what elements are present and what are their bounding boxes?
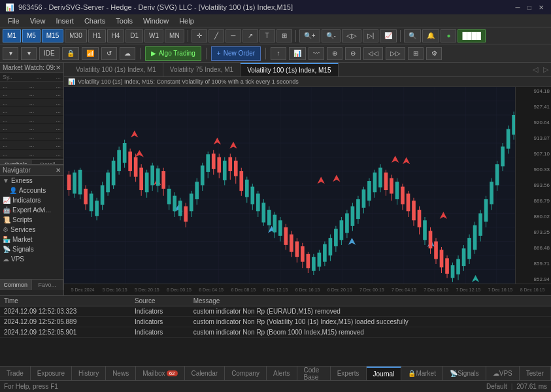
menu-window[interactable]: Window — [138, 16, 174, 26]
mw-row[interactable]: ......... — [0, 133, 63, 141]
tab-signals[interactable]: 📡 Signals — [443, 367, 486, 380]
tab-market[interactable]: 🔒 Market — [401, 367, 443, 380]
nav-expert[interactable]: 🤖 Expert Advi... — [0, 205, 63, 215]
maximize-button[interactable]: □ — [525, 3, 534, 12]
tf-h4[interactable]: H4 — [107, 29, 125, 42]
tf-h1[interactable]: H1 — [88, 29, 106, 42]
new-order-button[interactable]: + New Order — [211, 46, 261, 61]
nav-left[interactable]: ◁◁ — [363, 47, 383, 60]
zoom-out-button[interactable]: 🔍- — [322, 29, 341, 42]
nav-right[interactable]: ▷▷ — [386, 47, 405, 60]
nav-services[interactable]: ⚙ Services — [0, 225, 63, 235]
chart-tab-vol100-m1[interactable]: Volatility 100 (1s) Index, M1 — [69, 63, 163, 76]
line-tool[interactable]: ╱ — [209, 29, 224, 42]
more-tools[interactable]: ⊞ — [408, 47, 424, 60]
mw-row[interactable]: ......... — [0, 150, 63, 158]
mw-row[interactable]: ......... — [0, 141, 63, 150]
zoom-in-button[interactable]: 🔍+ — [299, 29, 320, 42]
alert-button[interactable]: 🔔 — [422, 29, 439, 42]
nav-market[interactable]: 🏪 Market — [0, 235, 63, 244]
symbols-tab[interactable]: Symbols — [0, 160, 32, 165]
nav-accounts[interactable]: 👤 Accounts — [0, 186, 63, 195]
search-button[interactable]: 🔍 — [404, 29, 421, 42]
algo-trading-button[interactable]: ▶ Algo Trading — [145, 46, 201, 61]
tab-mailbox[interactable]: Mailbox 62 — [136, 367, 184, 380]
trade-button[interactable]: ████ — [458, 29, 485, 42]
tab-experts[interactable]: Experts — [331, 367, 367, 380]
chart-type1[interactable]: 📊 — [289, 47, 306, 60]
connect-button[interactable]: ● — [441, 29, 456, 42]
chart-type2[interactable]: 〰 — [309, 47, 324, 60]
tab-alerts[interactable]: Alerts — [267, 367, 297, 380]
tf-w1[interactable]: W1 — [144, 29, 163, 42]
tab-journal[interactable]: Journal — [367, 367, 402, 380]
tf-m1[interactable]: M1 — [3, 29, 21, 42]
hline-tool[interactable]: ─ — [225, 29, 241, 42]
common-tab[interactable]: Common — [0, 280, 32, 290]
mw-row[interactable]: ......... — [0, 116, 63, 124]
text-tool[interactable]: T — [259, 29, 275, 42]
chart-main[interactable] — [64, 87, 515, 284]
tf-m30[interactable]: M30 — [65, 29, 86, 42]
ide-button[interactable]: IDE — [39, 47, 59, 60]
wifi-icon[interactable]: 📶 — [82, 47, 99, 60]
lock-button[interactable]: 🔒 — [62, 47, 79, 60]
svg-rect-140 — [351, 206, 355, 226]
arrow-tool[interactable]: ↗ — [242, 29, 258, 42]
settings-button[interactable]: ⚙ — [426, 47, 442, 60]
menu-view[interactable]: View — [25, 16, 51, 26]
chart-scroll[interactable]: ◁▷ — [342, 29, 361, 42]
market-watch-close[interactable]: ✕ — [56, 64, 61, 71]
navigator-close[interactable]: ✕ — [56, 167, 61, 174]
journal-scroll[interactable]: Time Source Message 2024.12.09 12:52:03.… — [0, 296, 551, 366]
refresh-button[interactable]: ↺ — [101, 47, 117, 60]
fib-tool[interactable]: ⊞ — [276, 29, 292, 42]
chart-tab-vol75-m1[interactable]: Volatility 75 Index, M1 — [163, 63, 241, 76]
mw-row[interactable]: ......... — [0, 124, 63, 133]
tab-codebase[interactable]: Code Base — [297, 367, 331, 380]
chart-tab-vol100-m15[interactable]: Volatility 100 (1s) Index, M15 — [241, 63, 338, 76]
nav-signals[interactable]: 📡 Signals — [0, 244, 63, 254]
mw-row[interactable]: ......... — [0, 90, 63, 99]
nav-scripts[interactable]: 📜 Scripts — [0, 215, 63, 225]
mw-row[interactable]: ......... — [0, 82, 63, 90]
zoom-minus[interactable]: ⊖ — [345, 47, 361, 60]
crosshair-button[interactable]: ✛ — [192, 29, 207, 42]
tab-trade[interactable]: Trade — [0, 367, 31, 380]
tf-mn[interactable]: MN — [165, 29, 184, 42]
mw-row[interactable]: ......... — [0, 99, 63, 107]
menu-tools[interactable]: Tools — [110, 16, 138, 26]
indicators-button[interactable]: 📈 — [380, 29, 397, 42]
chart-shift[interactable]: ▷| — [363, 29, 379, 42]
dropdown-arrow[interactable]: ▾ — [3, 47, 18, 60]
menu-charts[interactable]: Charts — [79, 16, 110, 26]
chart-nav-right[interactable]: ▷ — [541, 65, 551, 74]
tab-tester[interactable]: Tester — [520, 367, 551, 380]
tab-news[interactable]: News — [106, 367, 136, 380]
nav-exness[interactable]: ▼ Exness — [0, 176, 63, 186]
menu-file[interactable]: File — [3, 16, 25, 26]
tf-m15[interactable]: M15 — [42, 29, 63, 42]
close-button[interactable]: ✕ — [537, 3, 546, 12]
nav-vps[interactable]: ☁ VPS — [0, 254, 63, 264]
chart-nav-left[interactable]: ◁ — [530, 65, 541, 74]
favorites-tab[interactable]: Favo... — [32, 280, 64, 290]
menu-help[interactable]: Help — [174, 16, 199, 26]
nav-indicators[interactable]: 📈 Indicators — [0, 195, 63, 205]
buy-btn[interactable]: ↑ — [271, 47, 286, 60]
mw-row[interactable]: ......... — [0, 107, 63, 116]
menu-insert[interactable]: Insert — [50, 16, 79, 26]
tab-vps[interactable]: ☁ VPS — [486, 367, 520, 380]
tf-m5[interactable]: M5 — [22, 29, 41, 42]
tab-history[interactable]: History — [72, 367, 106, 380]
tab-exposure[interactable]: Exposure — [31, 367, 72, 380]
tab-company[interactable]: Company — [225, 367, 267, 380]
dropdown2[interactable]: ▾ — [21, 47, 37, 60]
title-bar-controls[interactable]: ─ □ ✕ — [513, 3, 546, 12]
minimize-button[interactable]: ─ — [513, 3, 522, 12]
tf-d1[interactable]: D1 — [125, 29, 143, 42]
zoom-plus[interactable]: ⊕ — [327, 47, 342, 60]
tab-calendar[interactable]: Calendar — [185, 367, 225, 380]
detail-tab[interactable]: Detail — [32, 160, 64, 165]
cloud-button[interactable]: ☁ — [120, 47, 135, 60]
